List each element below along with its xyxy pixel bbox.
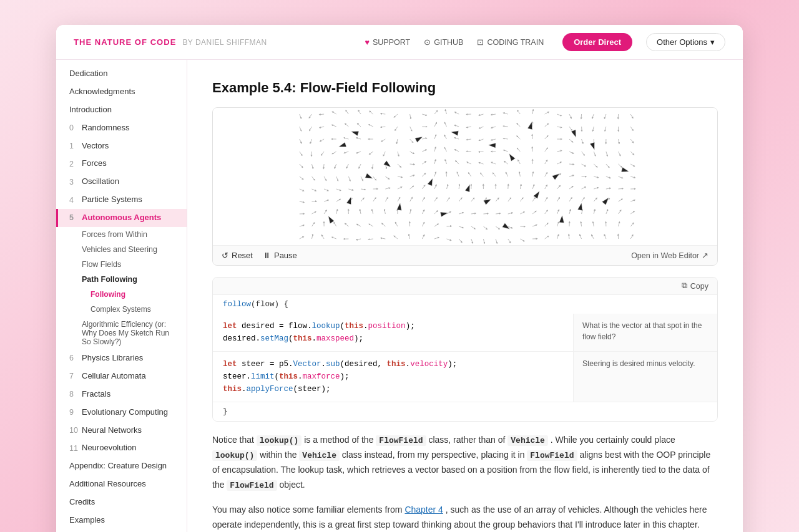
copy-button[interactable]: ⧉ Copy <box>682 281 708 291</box>
code-row-2: let steer = p5.Vector.sub(desired, this.… <box>213 352 717 402</box>
code-block: ⧉ Copy follow(flow) { let desired = flow… <box>212 277 718 422</box>
reset-button[interactable]: ↺ Reset <box>222 251 253 260</box>
sidebar-item-11[interactable]: 11 Neuroevolution <box>56 439 187 457</box>
other-options-button[interactable]: Other Options ▾ <box>646 33 725 51</box>
order-direct-button[interactable]: Order Direct <box>562 33 632 51</box>
chapter-num: 1 <box>69 141 82 151</box>
code-header: ⧉ Copy <box>213 278 717 295</box>
sidebar-subitem-flow-fields[interactable]: Flow Fields <box>56 257 187 272</box>
sidebar-item-credits[interactable]: Credits <box>56 493 187 511</box>
svg-line-86 <box>311 152 312 156</box>
chapter-num: 4 <box>69 195 82 205</box>
chapter-num: 7 <box>69 371 82 381</box>
main-content: Example 5.4: Flow-Field Following ↺ <box>187 60 743 532</box>
chapter-num: 10 <box>69 425 82 435</box>
sidebar-subitem-path-following[interactable]: Path Following <box>56 272 187 287</box>
sidebar-item-7[interactable]: 7 Cellular Automata <box>56 367 187 385</box>
prose-paragraph-2: You may also notice some familiar elemen… <box>212 503 718 532</box>
svg-line-153 <box>446 172 447 177</box>
github-link[interactable]: ⊙ GITHUB <box>424 37 463 47</box>
sidebar-subitem-forces-within[interactable]: Forces from Within <box>56 227 187 242</box>
reset-icon: ↺ <box>222 251 228 260</box>
sidebar-subitem-vehicles[interactable]: Vehicles and Steering <box>56 242 187 257</box>
sidebar-item-additional[interactable]: Additional Resources <box>56 475 187 493</box>
coding-train-link[interactable]: ⊡ CODING TRAIN <box>477 37 544 47</box>
svg-line-24 <box>581 114 582 118</box>
chapter-num: 8 <box>69 389 82 399</box>
chapter4-link[interactable]: Chapter 4 <box>404 505 443 515</box>
sidebar-item-2[interactable]: 2 Forces <box>56 155 187 173</box>
sidebar-item-label: Examples <box>69 515 105 526</box>
flow-field-controls: ↺ Reset ⏸ Pause Open in Web Editor ↗ <box>213 245 717 265</box>
sidebar-item-1[interactable]: 1 Vectors <box>56 137 187 155</box>
sidebar-item-appendix[interactable]: Appendix: Creature Design <box>56 457 187 475</box>
prose: Notice that lookup() is a method of the … <box>212 433 718 532</box>
sidebar-item-9[interactable]: 9 Evolutionary Computing <box>56 404 187 422</box>
code-left-2: let steer = p5.Vector.sub(desired, this.… <box>213 352 574 402</box>
body: Dedication Acknowledgments Introduction … <box>56 60 743 532</box>
sidebar-item-6[interactable]: 6 Physics Libraries <box>56 349 187 367</box>
brand-author: BY DANIEL SHIFFMAN <box>182 38 267 47</box>
sidebar-item-label: Introduction <box>69 105 112 115</box>
code-comment-1: What is the vector at that spot in the f… <box>574 314 717 351</box>
sidebar-item-examples[interactable]: Examples <box>56 511 187 530</box>
sidebar-item-label: Dedication <box>69 69 107 79</box>
sidebar-item-label: Credits <box>69 497 95 508</box>
chapter-num: 5 <box>69 213 82 223</box>
sidebar-item-4[interactable]: 4 Particle Systems <box>56 191 187 209</box>
sidebar-item-label: Forces <box>82 158 107 169</box>
github-icon: ⊙ <box>424 37 431 47</box>
code-func-line: follow(flow) { <box>213 295 717 314</box>
sidebar-item-label: Neural Networks <box>82 425 142 436</box>
copy-label: Copy <box>690 282 708 291</box>
sidebar-item-label: Vectors <box>82 141 109 152</box>
sidebar-item-5[interactable]: 5 Autonomous Agents <box>56 209 187 227</box>
sidebar-item-0[interactable]: 0 Randomness <box>56 119 187 137</box>
sidebar-item-dedication[interactable]: Dedication <box>56 65 187 83</box>
chapter-num: 2 <box>69 159 82 169</box>
pause-button[interactable]: ⏸ Pause <box>263 251 297 260</box>
pause-label: Pause <box>274 251 297 260</box>
sidebar-item-label: Randomness <box>82 123 130 133</box>
open-editor-label: Open in Web Editor <box>631 251 699 260</box>
sidebar-subitem-label: Algorithmic Efficiency (or: Why Does My … <box>82 320 175 346</box>
sidebar-item-label: Evolutionary Computing <box>82 407 168 418</box>
sidebar-item-acknowledgments[interactable]: Acknowledgments <box>56 83 187 101</box>
code-row-1: let desired = flow.lookup(this.position)… <box>213 314 717 352</box>
sidebar-item-introduction[interactable]: Introduction <box>56 101 187 119</box>
sidebar-item-10[interactable]: 10 Neural Networks <box>56 422 187 440</box>
github-label: GITHUB <box>434 38 463 47</box>
sidebar-subitem-following[interactable]: Following <box>56 287 187 302</box>
sidebar: Dedication Acknowledgments Introduction … <box>56 60 187 532</box>
chapter-num: 6 <box>69 353 82 363</box>
sidebar-item-label: Appendix: Creature Design <box>69 461 167 472</box>
header-nav: ♥ SUPPORT ⊙ GITHUB ⊡ CODING TRAIN Order … <box>365 33 725 51</box>
sidebar-item-label: Neuroevolution <box>82 443 136 453</box>
open-editor-link[interactable]: Open in Web Editor ↗ <box>631 251 708 260</box>
main-window: THE NATURE OF CODE BY DANIEL SHIFFMAN ♥ … <box>56 25 743 532</box>
code-left-1: let desired = flow.lookup(this.position)… <box>213 314 574 351</box>
external-link-icon: ↗ <box>702 251 708 260</box>
support-label: SUPPORT <box>373 38 410 47</box>
sidebar-subitem-complex-systems[interactable]: Complex Systems <box>56 302 187 317</box>
sidebar-item-label: Acknowledgments <box>69 87 135 97</box>
sidebar-subitem-label: Forces from Within <box>82 230 147 239</box>
flow-field-container: ↺ Reset ⏸ Pause Open in Web Editor ↗ <box>212 107 718 266</box>
sidebar-item-label: Physics Libraries <box>82 353 143 364</box>
sidebar-subitem-label: Complex Systems <box>91 305 151 314</box>
example-title: Example 5.4: Flow-Field Following <box>212 80 718 96</box>
flow-field-svg <box>213 108 717 245</box>
sidebar-subitem-algorithmic[interactable]: Algorithmic Efficiency (or: Why Does My … <box>56 317 187 349</box>
reset-label: Reset <box>232 251 253 260</box>
sidebar-subitem-label: Following <box>91 290 125 299</box>
chevron-down-icon: ▾ <box>710 37 715 47</box>
prose-paragraph-1: Notice that lookup() is a method of the … <box>212 433 718 493</box>
copy-icon: ⧉ <box>682 281 687 291</box>
support-link[interactable]: ♥ SUPPORT <box>365 38 411 47</box>
sidebar-subitem-label: Path Following <box>82 275 137 284</box>
header: THE NATURE OF CODE BY DANIEL SHIFFMAN ♥ … <box>56 25 743 60</box>
sidebar-item-3[interactable]: 3 Oscillation <box>56 173 187 191</box>
chapter-num: 0 <box>69 123 82 133</box>
sidebar-item-8[interactable]: 8 Fractals <box>56 385 187 404</box>
sidebar-subitem-label: Flow Fields <box>82 260 121 269</box>
